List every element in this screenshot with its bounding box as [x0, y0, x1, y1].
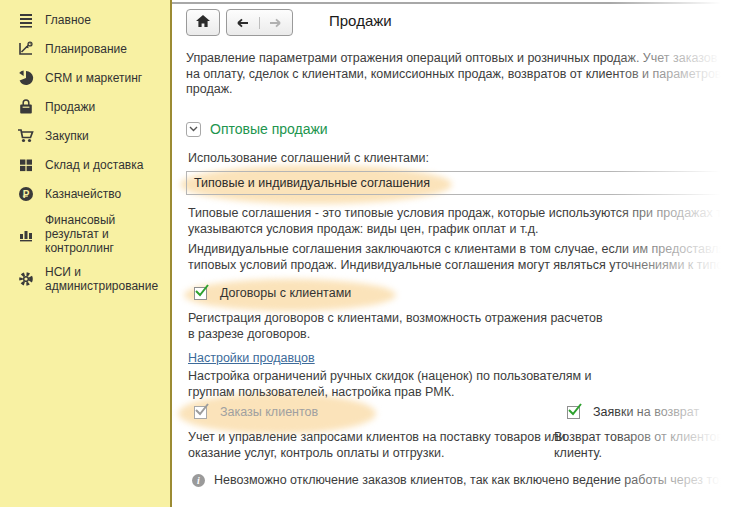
content-area: Продажи Управление параметрами отражения… [172, 0, 745, 507]
returns-checkbox[interactable]: Заявки на возврат [567, 405, 699, 419]
contracts-checkbox[interactable]: Договоры с клиентами [194, 286, 351, 300]
sellers-settings-link[interactable]: Настройки продавцов [188, 351, 315, 365]
individual-agreements-desc: Индивидуальные соглашения заключаются с … [188, 242, 745, 273]
checkmark-icon [194, 402, 210, 417]
checkmark-icon [567, 402, 583, 417]
page-title: Продажи [329, 12, 392, 29]
checkbox-box[interactable] [567, 406, 580, 419]
desc-line: Регистрация договоров с клиентами, возмо… [188, 311, 603, 327]
sidebar-item-warehouse[interactable]: Склад и доставка [0, 155, 170, 174]
desc-line: Типовые соглашения - это типовые условия… [188, 206, 745, 222]
agreements-select[interactable]: Типовые и индивидуальные соглашения [186, 171, 745, 195]
back-button[interactable] [227, 17, 260, 29]
desc-line: типовых условий продаж. Индивидуальные с… [188, 258, 745, 274]
app-window: Главное Планирование CRM и маркетинг [0, 0, 745, 507]
finance-chart-icon [17, 226, 34, 243]
content-top-divider [172, 2, 745, 4]
sidebar-item-label: Продажи [45, 100, 95, 114]
sidebar-item-crm[interactable]: CRM и маркетинг [0, 68, 170, 87]
desc-line: Индивидуальные соглашения заключаются с … [188, 242, 745, 258]
sidebar-item-admin[interactable]: НСИ и администрирование [0, 265, 170, 293]
sidebar-item-label: Склад и доставка [45, 158, 143, 172]
sidebar-item-finance[interactable]: Финансовый результат и контроллинг [0, 213, 170, 255]
contracts-desc: Регистрация договоров с клиентами, возмо… [188, 311, 603, 342]
wholesale-section-header: Оптовые продажи [186, 121, 328, 137]
chevron-down-icon [189, 126, 198, 132]
cart-icon [17, 127, 34, 144]
desc-line: в разрезе договоров. [188, 327, 603, 343]
forward-arrow-icon [268, 17, 283, 29]
planning-icon [17, 40, 34, 57]
menu-icon [17, 11, 34, 28]
orders-checkbox[interactable]: Заказы клиентов [194, 405, 318, 419]
sidebar-item-label: НСИ и администрирование [45, 265, 164, 293]
checkbox-label: Заявки на возврат [593, 405, 699, 419]
main-sidebar: Главное Планирование CRM и маркетинг [0, 0, 170, 507]
info-note-text: Невозможно отключение заказов клиентов, … [214, 473, 745, 489]
desc-line: оказание услуг, контроль оплаты и отгруз… [188, 446, 566, 462]
sidebar-item-planning[interactable]: Планирование [0, 39, 170, 58]
history-nav-group [226, 9, 293, 36]
crm-icon [17, 69, 34, 86]
agreements-selected-value: Типовые и индивидуальные соглашения [194, 176, 430, 190]
sellers-desc: Настройка ограничений ручных скидок (нац… [188, 369, 592, 400]
returns-desc: Возврат товаров от клиентов клиенту. [554, 430, 723, 461]
sidebar-item-label: Закупки [45, 129, 89, 143]
svg-text:P: P [22, 188, 29, 199]
sidebar-item-treasury[interactable]: P Казначейство [0, 184, 170, 203]
home-button[interactable] [186, 9, 220, 36]
sidebar-item-label: Финансовый результат и контроллинг [45, 213, 164, 255]
desc-line: клиенту. [554, 446, 723, 462]
section-title[interactable]: Оптовые продажи [210, 121, 328, 137]
collapse-section-button[interactable] [186, 122, 201, 137]
intro-paragraph: Управление параметрами отражения операци… [186, 51, 745, 98]
desc-line: группам пользователей, настройка прав РМ… [188, 385, 592, 401]
treasury-icon: P [17, 185, 34, 202]
sidebar-item-label: Планирование [45, 42, 127, 56]
sidebar-item-label: CRM и маркетинг [45, 71, 142, 85]
back-arrow-icon [235, 17, 250, 29]
gear-icon [17, 271, 34, 288]
checkbox-box[interactable] [194, 287, 207, 300]
forward-button[interactable] [260, 17, 293, 29]
intro-line: Управление параметрами отражения операци… [186, 51, 745, 67]
intro-line: продаж. [186, 82, 745, 98]
checkbox-box[interactable] [194, 406, 207, 419]
home-icon [195, 14, 211, 32]
orders-desc: Учет и управление запросами клиентов на … [188, 430, 566, 461]
sidebar-item-label: Казначейство [45, 187, 121, 201]
desc-line: Настройка ограничений ручных скидок (нац… [188, 369, 592, 385]
desc-line: Возврат товаров от клиентов [554, 430, 723, 446]
warehouse-icon [17, 156, 34, 173]
info-note: i Невозможно отключение заказов клиентов… [192, 473, 745, 489]
sidebar-item-label: Главное [45, 13, 91, 27]
sidebar-item-purchases[interactable]: Закупки [0, 126, 170, 145]
agreements-label: Использование соглашений с клиентами: [188, 151, 429, 165]
desc-line: Учет и управление запросами клиентов на … [188, 430, 566, 446]
sidebar-item-main[interactable]: Главное [0, 10, 170, 29]
checkbox-label: Договоры с клиентами [220, 286, 351, 300]
intro-line: на оплату, сделок с клиентами, комиссион… [186, 67, 745, 83]
sales-bag-icon [17, 98, 34, 115]
checkbox-label: Заказы клиентов [220, 405, 318, 419]
sidebar-item-sales[interactable]: Продажи [0, 97, 170, 116]
desc-line: указываются условия продаж: виды цен, гр… [188, 222, 745, 238]
checkmark-icon [194, 283, 210, 298]
info-icon: i [192, 474, 205, 487]
typical-agreements-desc: Типовые соглашения - это типовые условия… [188, 206, 745, 237]
